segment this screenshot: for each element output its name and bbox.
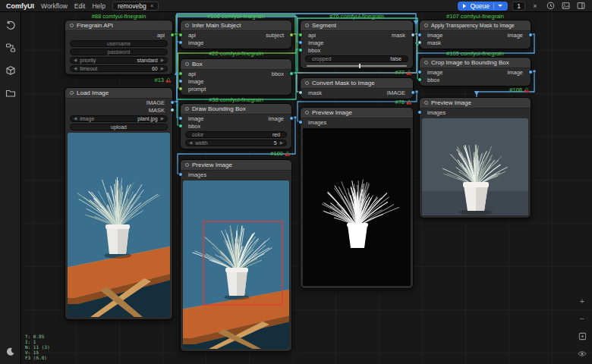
output-slot-dot[interactable] bbox=[411, 90, 415, 95]
cropped-toggle[interactable]: cropped false bbox=[305, 55, 408, 62]
model-library-icon[interactable] bbox=[5, 64, 16, 76]
node-library-icon[interactable] bbox=[5, 42, 16, 53]
node-header[interactable]: Preview Image bbox=[181, 160, 291, 171]
collapse-icon[interactable] bbox=[305, 111, 309, 115]
combo-left-icon[interactable]: ◀ bbox=[74, 117, 77, 121]
node-crop-image-to-bbox[interactable]: Crop Image to Bounding Box image image b… bbox=[419, 57, 531, 86]
input-slot-dot[interactable] bbox=[178, 40, 183, 45]
close-tab-icon[interactable]: × bbox=[150, 2, 154, 9]
node-convert-mask-to-image[interactable]: Convert Mask to Image mask IMAGE bbox=[300, 77, 414, 99]
input-slot-dot[interactable] bbox=[178, 86, 183, 91]
node-header[interactable]: Segment bbox=[301, 20, 413, 31]
collapse-icon[interactable] bbox=[70, 91, 74, 95]
gallery-button[interactable] bbox=[560, 1, 571, 11]
batch-count-input[interactable]: 1 bbox=[512, 2, 525, 11]
collapse-icon[interactable] bbox=[185, 163, 189, 167]
collapse-icon[interactable] bbox=[185, 107, 189, 111]
input-slot-dot[interactable] bbox=[298, 48, 303, 52]
color-combo[interactable]: color red bbox=[185, 131, 287, 138]
node-header[interactable]: Finegrain API bbox=[65, 20, 172, 31]
workflow-tab[interactable]: removebg × bbox=[112, 2, 159, 11]
combo-right-icon[interactable]: ▶ bbox=[280, 141, 283, 146]
node-header[interactable]: Infer Main Subject bbox=[181, 20, 291, 31]
input-slot-dot[interactable] bbox=[178, 33, 183, 37]
zoom-out-button[interactable]: − bbox=[577, 314, 587, 323]
menu-edit[interactable]: Edit bbox=[74, 2, 86, 10]
node-header[interactable]: Box bbox=[181, 59, 291, 70]
node-finegrain-api[interactable]: Finegrain API api username password ◀ pr… bbox=[65, 20, 173, 75]
fit-view-button[interactable] bbox=[577, 331, 587, 340]
node-header[interactable]: Preview Image bbox=[301, 108, 413, 118]
queue-history-button[interactable] bbox=[545, 1, 556, 11]
output-slot-dot[interactable] bbox=[528, 33, 533, 37]
input-slot-dot[interactable] bbox=[417, 77, 422, 82]
node-header[interactable]: Apply Transparency Mask to Image bbox=[420, 20, 531, 31]
node-apply-transparency-mask[interactable]: Apply Transparency Mask to Image image i… bbox=[419, 20, 531, 49]
output-slot-dot[interactable] bbox=[411, 33, 415, 37]
input-slot-dot[interactable] bbox=[178, 79, 183, 83]
node-header[interactable]: Load Image bbox=[65, 88, 172, 99]
input-slot-dot[interactable] bbox=[417, 40, 422, 45]
toggle-visibility-button[interactable] bbox=[577, 349, 587, 358]
workflows-folder-icon[interactable] bbox=[5, 87, 16, 99]
node-load-image[interactable]: Load Image IMAGE MASK ◀ image plant.jpg … bbox=[65, 87, 173, 320]
output-slot-dot[interactable] bbox=[170, 33, 175, 37]
output-slot-dot[interactable] bbox=[289, 71, 294, 76]
collapse-icon[interactable] bbox=[424, 101, 428, 105]
combo-right-icon[interactable]: ▶ bbox=[161, 58, 164, 63]
app-logo[interactable]: ComfyUI bbox=[6, 2, 34, 10]
combo-right-icon[interactable]: ▶ bbox=[161, 117, 164, 121]
upload-button[interactable]: upload bbox=[70, 124, 168, 130]
node-box[interactable]: Box api bbox image prompt bbox=[180, 58, 292, 96]
node-draw-bounding-box[interactable]: Draw Bounding Box image image bbox color… bbox=[180, 103, 292, 149]
collapse-icon[interactable] bbox=[185, 24, 189, 27]
collapse-icon[interactable] bbox=[70, 24, 74, 27]
output-slot-dot[interactable] bbox=[170, 100, 175, 105]
input-slot-dot[interactable] bbox=[298, 33, 303, 37]
zoom-in-button[interactable]: + bbox=[577, 297, 587, 306]
input-slot-dot[interactable] bbox=[417, 70, 422, 74]
node-canvas[interactable]: #88 comfyui-finegrain #108 comfyui-fineg… bbox=[0, 0, 592, 364]
chevron-down-icon[interactable] bbox=[498, 5, 502, 7]
input-slot-dot[interactable] bbox=[178, 124, 183, 128]
menu-help[interactable]: Help bbox=[92, 2, 105, 10]
output-slot-dot[interactable] bbox=[289, 33, 294, 37]
output-slot-dot[interactable] bbox=[170, 108, 175, 112]
collapse-icon[interactable] bbox=[305, 24, 309, 27]
input-slot-dot[interactable] bbox=[417, 33, 422, 37]
timeout-stepper[interactable]: ◀ timeout 60 ▶ bbox=[70, 65, 168, 72]
panel-toggle-button[interactable] bbox=[575, 1, 586, 11]
password-field[interactable]: password bbox=[70, 49, 168, 55]
collapse-icon[interactable] bbox=[185, 62, 189, 66]
node-infer-main-subject[interactable]: Infer Main Subject api subject image bbox=[180, 20, 292, 49]
queue-button[interactable]: Queue bbox=[458, 2, 508, 11]
collapse-icon[interactable] bbox=[424, 61, 428, 64]
width-stepper[interactable]: ◀ width 5 ▶ bbox=[185, 140, 287, 146]
node-preview-image-crop[interactable]: Preview Image images bbox=[419, 97, 531, 218]
combo-left-icon[interactable]: ◀ bbox=[189, 141, 192, 146]
collapse-icon[interactable] bbox=[305, 81, 309, 85]
combo-left-icon[interactable]: ◀ bbox=[74, 67, 77, 71]
combo-right-icon[interactable]: ▶ bbox=[161, 67, 164, 71]
input-slot-dot[interactable] bbox=[178, 71, 183, 76]
segment-slider[interactable] bbox=[307, 65, 407, 67]
output-slot-dot[interactable] bbox=[289, 116, 294, 121]
node-preview-image-main[interactable]: Preview Image images bbox=[180, 159, 292, 352]
collapse-icon[interactable] bbox=[424, 24, 428, 27]
input-slot-dot[interactable] bbox=[178, 116, 183, 121]
node-header[interactable]: Draw Bounding Box bbox=[181, 104, 291, 115]
node-preview-image-mask[interactable]: Preview Image images bbox=[300, 107, 414, 289]
theme-toggle-icon[interactable] bbox=[5, 346, 16, 357]
combo-left-icon[interactable]: ◀ bbox=[74, 58, 77, 63]
node-header[interactable]: Preview Image bbox=[420, 98, 531, 108]
priority-combo[interactable]: ◀ priority standard ▶ bbox=[70, 57, 168, 64]
node-header[interactable]: Convert Mask to Image bbox=[301, 78, 413, 89]
input-slot-dot[interactable] bbox=[298, 40, 303, 45]
interrupt-button[interactable]: × bbox=[530, 1, 540, 11]
menu-workflow[interactable]: Workflow bbox=[41, 2, 68, 10]
node-segment[interactable]: Segment api mask image bbox cropped fals… bbox=[300, 20, 414, 69]
username-field[interactable]: username bbox=[70, 40, 168, 47]
node-header[interactable]: Crop Image to Bounding Box bbox=[420, 58, 531, 68]
input-slot-dot[interactable] bbox=[178, 172, 183, 177]
queue-history-icon[interactable] bbox=[5, 19, 16, 30]
